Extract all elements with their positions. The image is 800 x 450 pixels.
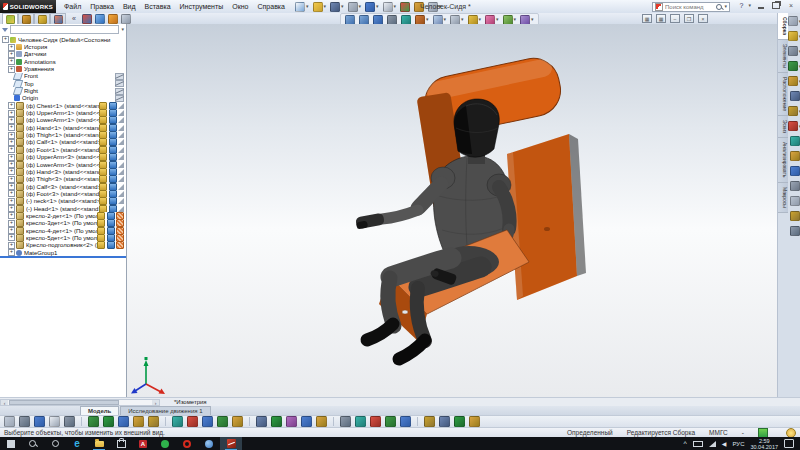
opera-icon[interactable]	[176, 437, 198, 450]
menu-item-Правка[interactable]: Правка	[90, 3, 114, 10]
search-input[interactable]	[665, 4, 714, 10]
motion-study-tool-icon[interactable]	[217, 416, 228, 427]
decal-icon[interactable]	[121, 14, 131, 24]
solidworks-taskbar-icon[interactable]	[220, 437, 242, 450]
move-component-icon[interactable]: ▾	[788, 76, 800, 86]
menu-item-Вид[interactable]: Вид	[123, 3, 136, 10]
performance-icon[interactable]	[790, 226, 800, 236]
tree-item[interactable]: +(ф) UpperArm<1> (stand<<sta	[0, 109, 126, 116]
edge-icon[interactable]: e	[66, 437, 88, 450]
doc-minimize-button[interactable]: –	[670, 14, 680, 23]
doc-close-button[interactable]: ×	[698, 14, 708, 23]
new-file-icon[interactable]: ▾	[295, 2, 309, 12]
tree-expander-icon[interactable]: +	[8, 102, 15, 109]
bom-tool-icon[interactable]	[232, 416, 243, 427]
tree-expander-icon[interactable]: +	[8, 51, 15, 58]
zoom-fit-icon[interactable]	[345, 15, 355, 25]
tree-item[interactable]: +(ф) Chest<1> (stand<<stand>_	[0, 102, 126, 109]
language-indicator[interactable]: РУС	[732, 441, 744, 447]
tree-item[interactable]: +Annotations	[0, 58, 126, 65]
dropdown-arrow-icon[interactable]: ▾	[461, 17, 464, 22]
menu-item-Вставка[interactable]: Вставка	[145, 3, 171, 10]
tree-expander-icon[interactable]: +	[8, 44, 15, 51]
tree-item[interactable]: +кресло-2-дет<1> (По умолчан	[0, 212, 126, 219]
open-icon[interactable]: ▾	[313, 2, 327, 12]
tree-item[interactable]: Right	[0, 87, 126, 94]
tree-expander-icon[interactable]: +	[8, 242, 15, 249]
interference-tool-icon[interactable]	[286, 416, 297, 427]
tree-expander-icon[interactable]: +	[8, 58, 15, 65]
tree-expander-icon[interactable]: +	[8, 234, 15, 241]
tree-item[interactable]: +(ф) Thigh<1> (stand<<stand>	[0, 131, 126, 138]
tree-expander-icon[interactable]: +	[8, 227, 15, 234]
status-help-icon[interactable]	[786, 428, 796, 438]
help-dropdown-icon[interactable]: ▾	[748, 3, 751, 8]
tree-expander-icon[interactable]: +	[8, 220, 15, 227]
tree-item[interactable]: +(-) neck<1> (stand<<stand>_C	[0, 198, 126, 205]
sensor-tool-icon[interactable]	[454, 416, 465, 427]
store-icon[interactable]	[110, 437, 132, 450]
tree-item[interactable]: +(ф) LowerArm<3> (stand<<sta	[0, 161, 126, 168]
previous-view-icon[interactable]	[373, 15, 383, 25]
show-hidden-icon[interactable]	[790, 91, 800, 101]
collapse-panel-button[interactable]: «	[72, 15, 76, 22]
tree-expander-icon[interactable]: +	[8, 154, 15, 161]
pointer-icon[interactable]	[64, 416, 75, 427]
appearance-ball-icon[interactable]	[82, 14, 92, 24]
tree-filter-input[interactable]	[10, 25, 119, 34]
show-hidden-tool-icon[interactable]	[172, 416, 183, 427]
doc-restore-button[interactable]: ❐	[684, 14, 694, 23]
smart-fasteners-icon[interactable]: ▾	[788, 61, 800, 71]
tree-item[interactable]: +кресло-4-дет<1> (По умолчан	[0, 227, 126, 234]
reference-geometry-tool-icon[interactable]	[202, 416, 213, 427]
tree-item[interactable]: +(ф) LowerArm<1> (stand<<sta	[0, 117, 126, 124]
search-icon[interactable]	[716, 4, 722, 10]
command-tab-Макросы[interactable]: Макросы	[778, 183, 788, 213]
tree-expander-icon[interactable]: +	[8, 161, 15, 168]
dropdown-arrow-icon[interactable]: ▾	[496, 17, 499, 22]
section-tool-icon[interactable]	[385, 416, 396, 427]
tree-expander-icon[interactable]: +	[8, 124, 15, 131]
print-icon[interactable]: ▾	[348, 2, 362, 12]
clearance-icon[interactable]	[790, 211, 800, 221]
filter-dropdown-icon[interactable]: ▾	[121, 27, 124, 32]
tree-item[interactable]: +(ф) Hand<1> (stand<<stand>_	[0, 124, 126, 131]
edit-appearance-icon[interactable]: ▾	[485, 15, 499, 25]
status-tree-display-icon[interactable]	[758, 428, 768, 438]
network-icon[interactable]	[709, 441, 716, 447]
tree-item[interactable]: +кресло-3дет<1> (По умолчан	[0, 220, 126, 227]
tree-item[interactable]: +(ф) Foot<1> (stand<<stand>_C	[0, 146, 126, 153]
tree-expander-icon[interactable]: +	[8, 117, 15, 124]
rebuild-icon[interactable]	[400, 2, 410, 12]
tree-expander-icon[interactable]: +	[8, 205, 15, 212]
tree-expander-icon[interactable]: +	[8, 168, 15, 175]
display-style-icon[interactable]: ▾	[450, 15, 464, 25]
assembly-model[interactable]	[127, 24, 777, 397]
component-tool-icon[interactable]	[103, 416, 114, 427]
tree-item[interactable]: +Уравнения	[0, 65, 126, 72]
tree-item[interactable]: +(ф) Hand<3> (stand<<stand>_	[0, 168, 126, 175]
view-orientation-icon[interactable]: ▾	[433, 15, 447, 25]
rotate-component-tool-icon[interactable]	[133, 416, 144, 427]
tree-item[interactable]: +(ф) Foot<3> (stand<<stand>_C	[0, 190, 126, 197]
reference-geometry-icon[interactable]: ▾	[788, 121, 800, 131]
visualization-tool-icon[interactable]	[340, 416, 351, 427]
configurationmanager-tab[interactable]	[34, 13, 50, 24]
dropdown-arrow-icon[interactable]: ▾	[444, 17, 447, 22]
save-icon[interactable]: ▾	[330, 2, 344, 12]
selection-filter-icon[interactable]	[4, 416, 15, 427]
dropdown-arrow-icon[interactable]: ▾	[359, 4, 362, 9]
action-center-icon[interactable]	[784, 439, 794, 448]
exploded-view-icon[interactable]	[790, 166, 800, 176]
status-units[interactable]: ММГС	[709, 429, 728, 436]
tray-chevron-up-icon[interactable]: ^	[684, 440, 687, 447]
volume-icon[interactable]: ◀	[722, 440, 727, 447]
tab-motion-study[interactable]: Исследование движения 1	[120, 406, 210, 415]
box-select-icon[interactable]	[49, 416, 60, 427]
tree-item[interactable]: +История	[0, 43, 126, 50]
measure-tool-icon[interactable]	[400, 416, 411, 427]
tree-expander-icon[interactable]: +	[8, 212, 15, 219]
explode-line-icon[interactable]	[790, 181, 800, 191]
interference-icon[interactable]	[790, 196, 800, 206]
select-arrow-icon[interactable]	[19, 416, 30, 427]
